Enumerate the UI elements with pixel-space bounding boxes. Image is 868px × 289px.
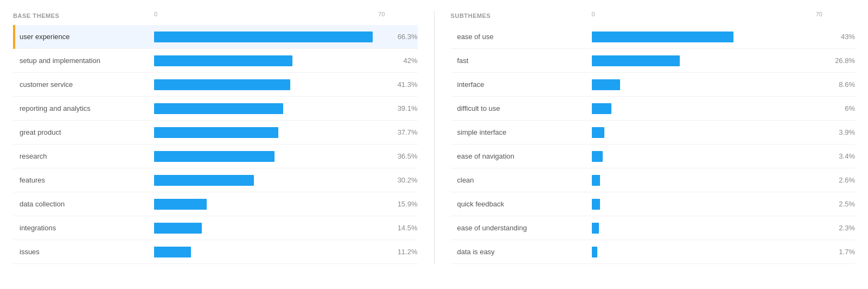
bar-row-base-themes-4[interactable]: great product37.7% (13, 121, 418, 144)
bar-area-subthemes-7 (592, 199, 823, 210)
bar-row-base-themes-2[interactable]: customer service41.3% (13, 73, 418, 97)
bar-subthemes-9 (592, 247, 597, 257)
bar-base-themes-0 (154, 32, 373, 42)
bar-base-themes-1 (154, 55, 292, 66)
row-label-base-themes-4: great product (15, 128, 154, 136)
bar-area-subthemes-9 (592, 247, 823, 257)
row-value-subthemes-8: 2.3% (825, 224, 855, 232)
row-label-subthemes-6: clean (453, 176, 592, 184)
bar-area-subthemes-5 (592, 151, 823, 162)
row-label-base-themes-0: user experience (15, 33, 154, 41)
row-label-subthemes-5: ease of navigation (453, 152, 592, 160)
row-value-subthemes-0: 43% (825, 33, 855, 41)
chart-title-base-themes: BASE THEMES (13, 12, 154, 19)
row-value-base-themes-7: 15.9% (387, 200, 418, 208)
bar-row-subthemes-1[interactable]: fast26.8% (451, 49, 856, 73)
bar-base-themes-4 (154, 127, 278, 138)
bar-area-subthemes-1 (592, 55, 823, 66)
bar-area-subthemes-3 (592, 103, 823, 114)
bar-row-subthemes-6[interactable]: clean2.6% (451, 168, 856, 192)
row-value-subthemes-4: 3.9% (825, 128, 855, 136)
chart-title-subthemes: SUBTHEMES (451, 12, 592, 19)
chart-divider (434, 11, 435, 264)
row-label-base-themes-3: reporting and analytics (15, 104, 154, 112)
row-label-base-themes-5: research (15, 152, 154, 160)
bar-subthemes-0 (592, 32, 733, 42)
bar-area-base-themes-8 (154, 223, 385, 234)
bar-row-subthemes-0[interactable]: ease of use43% (451, 25, 856, 49)
row-label-subthemes-7: quick feedback (453, 200, 592, 208)
chart-section-subthemes: SUBTHEMES070ease of use43%fast26.8%inter… (440, 11, 856, 264)
axis-end-subthemes: 70 (816, 11, 822, 17)
row-label-base-themes-6: features (15, 176, 154, 184)
row-value-base-themes-0: 66.3% (387, 33, 418, 41)
row-label-base-themes-2: customer service (15, 80, 154, 89)
bar-base-themes-7 (154, 199, 207, 210)
bar-row-base-themes-5[interactable]: research36.5% (13, 144, 418, 168)
chart-header-subthemes: SUBTHEMES070 (451, 11, 856, 21)
bar-row-subthemes-9[interactable]: data is easy1.7% (451, 240, 856, 264)
row-value-subthemes-1: 26.8% (825, 56, 855, 65)
bar-subthemes-4 (592, 127, 605, 138)
bar-area-base-themes-6 (154, 175, 385, 186)
bar-row-base-themes-6[interactable]: features30.2% (13, 168, 418, 192)
bar-base-themes-8 (154, 223, 202, 234)
row-label-subthemes-3: difficult to use (453, 104, 592, 112)
row-label-base-themes-1: setup and implementation (15, 56, 154, 65)
bar-area-base-themes-9 (154, 247, 385, 257)
row-value-base-themes-5: 36.5% (387, 152, 418, 160)
bar-row-subthemes-4[interactable]: simple interface3.9% (451, 121, 856, 144)
row-value-subthemes-5: 3.4% (825, 152, 855, 160)
charts-container: BASE THEMES070user experience66.3%setup … (13, 11, 855, 264)
axis-end-base-themes: 70 (378, 11, 385, 17)
bar-area-base-themes-0 (154, 32, 385, 42)
bar-row-subthemes-3[interactable]: difficult to use6% (451, 97, 856, 121)
bar-subthemes-5 (592, 151, 603, 162)
row-value-base-themes-9: 11.2% (387, 248, 418, 256)
row-label-base-themes-9: issues (15, 248, 154, 256)
bar-area-subthemes-6 (592, 175, 823, 186)
axis-start-subthemes: 0 (592, 11, 595, 17)
bar-subthemes-2 (592, 79, 620, 90)
row-value-base-themes-4: 37.7% (387, 128, 418, 136)
row-label-subthemes-1: fast (453, 56, 592, 65)
row-label-subthemes-2: interface (453, 80, 592, 89)
bar-subthemes-8 (592, 223, 599, 234)
bar-subthemes-3 (592, 103, 611, 114)
row-value-base-themes-2: 41.3% (387, 80, 418, 89)
row-value-subthemes-2: 8.6% (825, 80, 855, 89)
bar-base-themes-9 (154, 247, 191, 257)
bar-base-themes-5 (154, 151, 275, 162)
bar-row-subthemes-5[interactable]: ease of navigation3.4% (451, 144, 856, 168)
bar-area-base-themes-2 (154, 79, 385, 90)
bar-row-base-themes-1[interactable]: setup and implementation42% (13, 49, 418, 73)
bar-row-base-themes-8[interactable]: integrations14.5% (13, 216, 418, 240)
bar-row-base-themes-9[interactable]: issues11.2% (13, 240, 418, 264)
bar-base-themes-3 (154, 103, 283, 114)
bar-row-subthemes-8[interactable]: ease of understanding2.3% (451, 216, 856, 240)
bar-area-base-themes-7 (154, 199, 385, 210)
chart-header-base-themes: BASE THEMES070 (13, 11, 418, 21)
bar-area-subthemes-4 (592, 127, 823, 138)
row-value-subthemes-3: 6% (825, 104, 855, 112)
row-value-base-themes-6: 30.2% (387, 176, 418, 184)
bar-row-base-themes-3[interactable]: reporting and analytics39.1% (13, 97, 418, 121)
row-label-subthemes-0: ease of use (453, 33, 592, 41)
axis-start-base-themes: 0 (154, 11, 157, 17)
bar-area-base-themes-3 (154, 103, 385, 114)
bar-row-subthemes-2[interactable]: interface8.6% (451, 73, 856, 97)
bar-subthemes-7 (592, 199, 600, 210)
bar-base-themes-6 (154, 175, 254, 186)
row-label-base-themes-7: data collection (15, 200, 154, 208)
row-value-base-themes-3: 39.1% (387, 104, 418, 112)
bar-row-base-themes-0[interactable]: user experience66.3% (13, 25, 418, 49)
bar-row-subthemes-7[interactable]: quick feedback2.5% (451, 192, 856, 216)
chart-section-base-themes: BASE THEMES070user experience66.3%setup … (13, 11, 429, 264)
row-value-subthemes-7: 2.5% (825, 200, 855, 208)
axis-labels-subthemes: 070 (592, 11, 856, 21)
bar-row-base-themes-7[interactable]: data collection15.9% (13, 192, 418, 216)
row-value-base-themes-8: 14.5% (387, 224, 418, 232)
bar-subthemes-1 (592, 55, 680, 66)
axis-labels-base-themes: 070 (154, 11, 418, 21)
bar-area-base-themes-5 (154, 151, 385, 162)
